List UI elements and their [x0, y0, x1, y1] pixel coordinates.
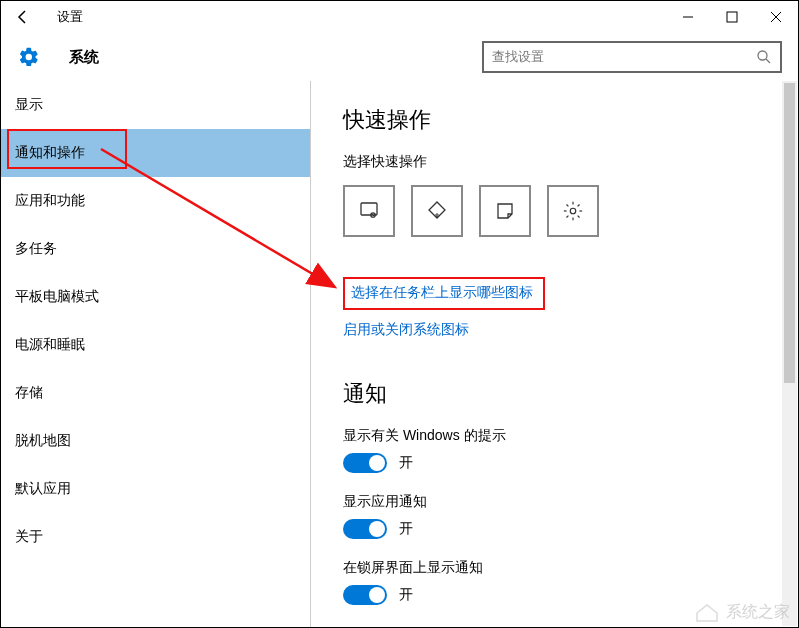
qa-tile-tablet-mode[interactable]	[343, 185, 395, 237]
back-button[interactable]	[7, 1, 39, 33]
toggle-lockscreen-notifications: 在锁屏界面上显示通知 开	[343, 559, 770, 605]
svg-point-6	[436, 214, 438, 216]
qa-tile-location[interactable]	[479, 185, 531, 237]
sidebar-item-apps[interactable]: 应用和功能	[1, 177, 310, 225]
qa-tile-note[interactable]	[411, 185, 463, 237]
note-icon	[425, 199, 449, 223]
highlight-taskbar-link: 选择在任务栏上显示哪些图标	[343, 277, 545, 310]
quick-actions-heading: 快速操作	[343, 105, 770, 135]
notifications-heading: 通知	[343, 379, 770, 409]
watermark: 系统之家	[694, 601, 790, 623]
toggle-switch-apps[interactable]	[343, 519, 387, 539]
window-controls	[666, 1, 798, 33]
svg-line-14	[566, 216, 568, 218]
toggle-state: 开	[399, 454, 413, 472]
window-title: 设置	[57, 8, 83, 26]
scrollbar-thumb[interactable]	[784, 83, 795, 383]
minimize-button[interactable]	[666, 1, 710, 33]
quick-actions-subheading: 选择快速操作	[343, 153, 770, 171]
sidebar-item-about[interactable]: 关于	[1, 513, 310, 561]
svg-line-13	[578, 216, 580, 218]
sidebar: 显示 通知和操作 应用和功能 多任务 平板电脑模式 电源和睡眠 存储 脱机地图 …	[1, 81, 311, 627]
svg-point-2	[758, 51, 767, 60]
titlebar: 设置	[1, 1, 798, 33]
sidebar-item-tablet-mode[interactable]: 平板电脑模式	[1, 273, 310, 321]
svg-point-7	[570, 208, 576, 214]
svg-line-3	[766, 59, 770, 63]
page-title: 系统	[69, 48, 99, 67]
toggle-switch-lockscreen[interactable]	[343, 585, 387, 605]
sidebar-item-default-apps[interactable]: 默认应用	[1, 465, 310, 513]
tablet-mode-icon	[357, 199, 381, 223]
toggle-app-notifications: 显示应用通知 开	[343, 493, 770, 539]
close-button[interactable]	[754, 1, 798, 33]
sidebar-item-storage[interactable]: 存储	[1, 369, 310, 417]
search-input[interactable]: 查找设置	[482, 41, 782, 73]
maximize-button[interactable]	[710, 1, 754, 33]
toggle-switch-tips[interactable]	[343, 453, 387, 473]
sidebar-item-notifications[interactable]: 通知和操作	[1, 129, 310, 177]
qa-tile-settings[interactable]	[547, 185, 599, 237]
scrollbar-track[interactable]	[782, 81, 797, 626]
settings-gear-icon	[17, 45, 41, 69]
sidebar-item-power-sleep[interactable]: 电源和睡眠	[1, 321, 310, 369]
sticky-note-icon	[494, 200, 516, 222]
link-taskbar-icons[interactable]: 选择在任务栏上显示哪些图标	[351, 284, 533, 302]
sidebar-item-offline-maps[interactable]: 脱机地图	[1, 417, 310, 465]
content-pane: 快速操作 选择快速操作 选择在任务栏上显示哪些图标 启用或关闭系统图标 通知 显…	[311, 81, 798, 627]
sidebar-item-multitasking[interactable]: 多任务	[1, 225, 310, 273]
toggle-state: 开	[399, 586, 413, 604]
svg-rect-1	[727, 12, 737, 22]
sidebar-item-display[interactable]: 显示	[1, 81, 310, 129]
gear-icon	[562, 200, 584, 222]
link-system-icons[interactable]: 启用或关闭系统图标	[343, 321, 469, 339]
toggle-windows-tips: 显示有关 Windows 的提示 开	[343, 427, 770, 473]
toggle-state: 开	[399, 520, 413, 538]
page-header: 系统 查找设置	[1, 33, 798, 81]
quick-actions-tiles	[343, 185, 770, 237]
search-icon	[756, 49, 772, 65]
svg-line-15	[578, 204, 580, 206]
search-placeholder: 查找设置	[492, 48, 544, 66]
svg-line-12	[566, 204, 568, 206]
